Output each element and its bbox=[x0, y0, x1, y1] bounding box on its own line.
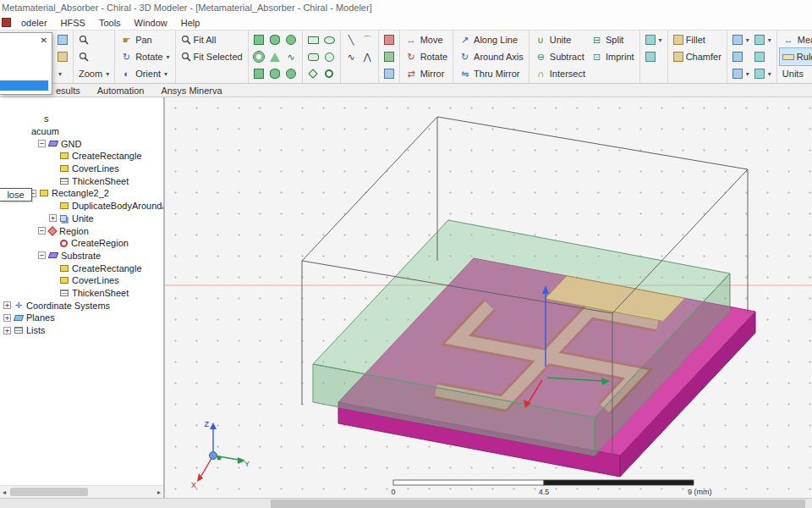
polyhedron-icon[interactable] bbox=[254, 69, 264, 79]
partial-button-2[interactable] bbox=[55, 48, 70, 65]
dodecahedron-icon[interactable] bbox=[286, 69, 296, 79]
tree-item-lists[interactable]: + Lists bbox=[0, 324, 163, 337]
tree-item-thicken-sheet-2[interactable]: ThickenSheet bbox=[0, 287, 163, 300]
box-icon[interactable] bbox=[254, 35, 264, 45]
tab-automation[interactable]: Automation bbox=[89, 86, 153, 96]
pan-button[interactable]: ☛ Pan bbox=[118, 31, 172, 48]
misc-button-2[interactable] bbox=[643, 48, 665, 65]
fillet-button[interactable]: Fillet bbox=[671, 31, 724, 48]
partial-button-1[interactable] bbox=[55, 31, 70, 48]
menu-hfss[interactable]: HFSS bbox=[54, 18, 92, 28]
line-icon[interactable]: ╲ bbox=[345, 34, 358, 47]
tree-item-solids[interactable]: s bbox=[0, 113, 163, 125]
prism-icon[interactable] bbox=[270, 69, 280, 79]
tree-item-substrate[interactable]: − Substrate bbox=[0, 250, 163, 262]
tree-scrollbar-thumb[interactable] bbox=[10, 488, 88, 496]
rounded-rectangle-icon[interactable] bbox=[308, 53, 319, 61]
unite-button[interactable]: ∪ Unite bbox=[532, 31, 588, 48]
expand-icon[interactable]: + bbox=[3, 327, 11, 334]
split-button[interactable]: ⊟ Split bbox=[588, 31, 637, 48]
regular-polygon-icon[interactable] bbox=[309, 69, 318, 78]
torus-icon[interactable] bbox=[254, 52, 264, 62]
sphere-icon[interactable] bbox=[286, 35, 296, 45]
fit-selected-button[interactable]: Fit Selected bbox=[178, 48, 245, 65]
menu-tools[interactable]: Tools bbox=[92, 18, 128, 28]
tree-item-duplicate-body[interactable]: DuplicateBodyAroundA: bbox=[0, 200, 163, 213]
expand-icon[interactable]: + bbox=[49, 214, 57, 222]
close-button[interactable]: lose bbox=[0, 188, 32, 202]
polyline-icon[interactable]: ⋀ bbox=[361, 51, 374, 64]
cone-icon[interactable] bbox=[270, 52, 280, 62]
expand-icon[interactable]: + bbox=[3, 301, 11, 309]
tab-ansys-minerva[interactable]: Ansys Minerva bbox=[152, 86, 230, 96]
move-button[interactable]: ↔ Move bbox=[403, 31, 450, 48]
duplicate-thru-mirror-button[interactable]: ⇋ Thru Mirror bbox=[456, 65, 526, 82]
window-scrollbar-thumb[interactable] bbox=[271, 500, 805, 508]
zoom-out-button[interactable] bbox=[76, 48, 112, 65]
viewport-canvas[interactable]: Z Y X 0 4.5 9 (mm) bbox=[165, 97, 812, 498]
cylinder-icon[interactable] bbox=[270, 35, 280, 45]
tree-horizontal-scrollbar[interactable]: ◂ ▸ bbox=[0, 485, 163, 498]
spline-icon[interactable]: ∿ bbox=[345, 51, 358, 64]
tree-item-vacuum[interactable]: acuum bbox=[0, 125, 163, 138]
orient-button[interactable]: ◐ Orient ▾ bbox=[118, 65, 172, 82]
sweep-vector-button[interactable] bbox=[381, 31, 397, 48]
tree-item-create-region[interactable]: CreateRegion bbox=[0, 237, 163, 250]
tree-item-coordinate-systems[interactable]: + ✛ Coordinate Systems bbox=[0, 299, 163, 312]
sweep-axis-button[interactable] bbox=[381, 48, 397, 65]
tree-item-gnd[interactable]: − GND bbox=[0, 137, 163, 150]
sweep-path-button[interactable] bbox=[381, 65, 397, 82]
menu-help[interactable]: Help bbox=[174, 18, 207, 28]
fit-all-button[interactable]: Fit All bbox=[178, 31, 245, 48]
collapse-icon[interactable]: − bbox=[38, 251, 46, 259]
arc-icon[interactable]: ⌒ bbox=[361, 34, 374, 47]
helix-icon[interactable]: ∿ bbox=[285, 51, 298, 64]
misc-button-4[interactable] bbox=[730, 48, 752, 65]
chamfer-button[interactable]: Chamfer bbox=[671, 48, 724, 65]
circle-icon[interactable] bbox=[325, 52, 334, 62]
duplicate-around-axis-button[interactable]: ↻ Around Axis bbox=[456, 48, 526, 65]
ellipse-icon[interactable] bbox=[324, 36, 335, 44]
imprint-button[interactable]: ⊡ Imprint bbox=[588, 48, 637, 65]
tab-results[interactable]: esults bbox=[47, 86, 89, 96]
tree-item-planes[interactable]: + Planes bbox=[0, 312, 163, 324]
tree-item-create-rectangle-2[interactable]: CreateRectangle bbox=[0, 262, 163, 274]
scroll-left-icon[interactable]: ◂ bbox=[3, 489, 6, 496]
expand-icon[interactable]: + bbox=[3, 314, 11, 322]
rectangle-icon[interactable] bbox=[308, 36, 319, 44]
partial-button-3[interactable]: ▾ bbox=[55, 65, 70, 82]
unknown-icon bbox=[645, 52, 656, 62]
close-icon[interactable]: ✕ bbox=[41, 36, 47, 45]
misc-button-5[interactable]: ▾ bbox=[730, 65, 752, 82]
tree-item-unite[interactable]: + Unite bbox=[0, 213, 163, 225]
rotate-button[interactable]: ↻ Rotate bbox=[403, 48, 450, 65]
mirror-button[interactable]: ⇄ Mirror bbox=[403, 65, 450, 82]
tree-item-thicken-sheet[interactable]: ThickenSheet bbox=[0, 174, 163, 187]
menu-window[interactable]: Window bbox=[128, 18, 174, 28]
misc-button-6[interactable]: ▾ bbox=[752, 31, 774, 48]
tree-item-cover-lines[interactable]: CoverLines bbox=[0, 163, 163, 175]
units-button[interactable]: Units bbox=[780, 65, 812, 82]
pan-hand-icon: ☛ bbox=[120, 34, 133, 47]
misc-button-1[interactable]: ▾ bbox=[643, 31, 665, 48]
window-horizontal-scrollbar[interactable] bbox=[0, 498, 812, 508]
duplicate-along-line-button[interactable]: ↗ Along Line bbox=[456, 31, 526, 48]
intersect-button[interactable]: ∩ Intersect bbox=[532, 65, 588, 82]
misc-button-7[interactable] bbox=[752, 48, 774, 65]
misc-button-3[interactable]: ▾ bbox=[730, 31, 752, 48]
rotate-view-button[interactable]: ↻ Rotate ▾ bbox=[118, 48, 172, 65]
scroll-right-icon[interactable]: ▸ bbox=[157, 489, 161, 496]
tree-item-region[interactable]: − Region bbox=[0, 224, 163, 237]
ring-icon[interactable] bbox=[325, 69, 333, 78]
collapse-icon[interactable]: − bbox=[38, 140, 46, 147]
misc-button-8[interactable]: ▾ bbox=[752, 65, 774, 82]
tree-item-cover-lines-2[interactable]: CoverLines bbox=[0, 274, 163, 287]
ruler-button[interactable]: Ruler bbox=[780, 48, 812, 65]
measure-button[interactable]: ↔ Measure ▾ bbox=[780, 31, 812, 48]
menu-modeler[interactable]: odeler bbox=[14, 18, 54, 28]
subtract-button[interactable]: ⊖ Subtract bbox=[532, 48, 588, 65]
zoom-button[interactable]: Zoom ▾ bbox=[76, 65, 112, 82]
collapse-icon[interactable]: − bbox=[38, 227, 46, 235]
tree-item-create-rectangle[interactable]: CreateRectangle bbox=[0, 150, 163, 163]
zoom-in-button[interactable] bbox=[76, 31, 112, 48]
